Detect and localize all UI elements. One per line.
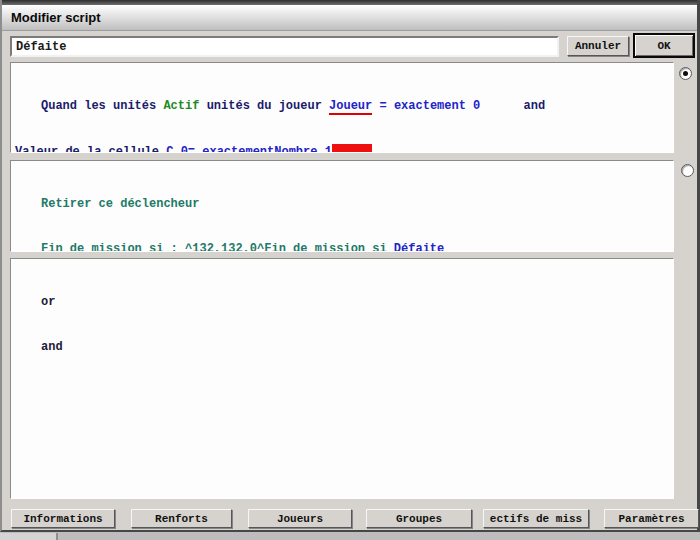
condition-panel-1[interactable]: Quand les unités Actif unités du joueur … xyxy=(10,62,674,153)
operator-and: and xyxy=(15,340,669,355)
button-label: Informations xyxy=(23,513,102,525)
button-label: Joueurs xyxy=(277,513,323,525)
button-label: ectifs de miss xyxy=(490,513,582,525)
syntax-segment: Retirer ce déclencheur xyxy=(41,197,199,211)
titlebar[interactable]: Modifier script xyxy=(2,5,697,31)
syntax-segment: Actif xyxy=(163,99,206,113)
syntax-segment: and xyxy=(480,99,545,113)
button-label: Renforts xyxy=(155,513,208,525)
button-label: Groupes xyxy=(396,513,442,525)
operator-or: or xyxy=(15,295,669,310)
trigger-radio-2[interactable] xyxy=(681,164,694,177)
joueurs-button[interactable]: Joueurs xyxy=(248,509,352,528)
radio-selected-dot xyxy=(683,71,688,76)
groupes-button[interactable]: Groupes xyxy=(366,509,472,528)
syntax-segment: Quand les unités xyxy=(41,99,163,113)
button-label: Paramètres xyxy=(618,513,684,525)
syntax-segment-highlighted: Joueur xyxy=(329,99,372,115)
action-line: Fin de mission si : ^132,132,0^Fin de mi… xyxy=(15,242,669,252)
condition-line: Quand les unités Actif unités du joueur … xyxy=(15,99,669,114)
background-taskbar-strip xyxy=(0,532,700,540)
trigger-radio-1[interactable] xyxy=(679,67,692,80)
syntax-segment: Valeur de la cellule xyxy=(15,145,166,153)
action-panel-2[interactable]: Retirer ce déclencheur Fin de mission si… xyxy=(10,160,674,252)
renforts-button[interactable]: Renforts xyxy=(131,509,232,528)
modifier-script-dialog: Modifier script Annuler OK Quand les uni… xyxy=(0,0,700,532)
syntax-segment: Fin de mission si : ^132,132,0^Fin de mi… xyxy=(41,242,394,252)
cancel-button[interactable]: Annuler xyxy=(567,36,629,56)
informations-button[interactable]: Informations xyxy=(11,509,115,528)
script-name-input[interactable] xyxy=(10,36,559,57)
background-taskbar-segment xyxy=(0,533,58,540)
action-line: Retirer ce déclencheur xyxy=(15,197,669,212)
empty-condition-panel-3[interactable]: or and xyxy=(10,258,674,499)
window-title: Modifier script xyxy=(11,10,101,25)
ok-button-label: OK xyxy=(657,40,670,52)
objectifs-de-mission-button[interactable]: ectifs de miss xyxy=(483,509,589,528)
syntax-segment: exactementNombre 1 xyxy=(202,145,332,153)
parametres-button[interactable]: Paramètres xyxy=(604,509,699,528)
cancel-button-label: Annuler xyxy=(575,40,621,52)
syntax-segment: = exactement 0 xyxy=(372,99,480,113)
ok-button[interactable]: OK xyxy=(633,33,695,58)
condition-line: Valeur de la cellule C_0= exactementNomb… xyxy=(15,144,669,153)
syntax-segment: unités du joueur xyxy=(207,99,329,113)
syntax-segment: Défaite xyxy=(394,242,444,252)
syntax-segment: C_0= xyxy=(166,145,202,153)
redacted-value-block xyxy=(332,144,372,153)
